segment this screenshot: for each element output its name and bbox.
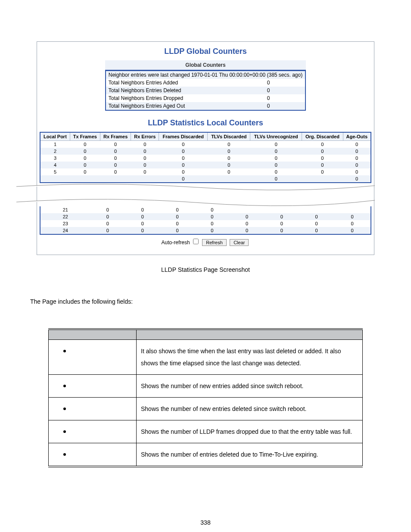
local-cell: 0: [250, 162, 302, 168]
local-cell: [264, 206, 299, 213]
local-cell: 0: [230, 213, 265, 220]
clear-button[interactable]: Clear: [230, 239, 249, 246]
field-description-cell: It also shows the time when the last ent…: [137, 340, 363, 375]
local-cell: 0: [299, 227, 334, 234]
table-row: 500000000: [40, 168, 371, 175]
local-cell: 0: [70, 148, 100, 155]
bullet-icon: [63, 430, 66, 433]
local-cell: 0: [159, 141, 208, 148]
local-cell: 0: [250, 148, 302, 155]
local-cell: 0: [230, 220, 265, 227]
local-cell: 0: [302, 141, 343, 148]
table-row: 000: [40, 175, 371, 183]
local-cell: 0: [70, 155, 100, 162]
local-cell: 24: [40, 227, 90, 234]
local-cell: 0: [195, 220, 230, 227]
page-tear: [37, 183, 374, 206]
table-row: 100000000: [40, 141, 371, 148]
local-header-cell: Rx Errors: [131, 132, 159, 141]
local-cell: 0: [131, 155, 159, 162]
global-row-label: Total Neighbors Entries Deleted: [106, 87, 232, 94]
local-cell: 0: [90, 227, 125, 234]
local-cell: 0: [208, 162, 250, 168]
local-cell: 0: [70, 162, 100, 168]
global-row-label: Total Neighbors Entries Added: [106, 79, 232, 87]
table-row: 2400000000: [40, 227, 371, 234]
fields-intro-text: The Page includes the following fields:: [30, 298, 411, 305]
local-cell: 23: [40, 220, 90, 227]
auto-refresh-label: Auto-refresh: [162, 240, 190, 246]
local-cell: 0: [343, 162, 371, 168]
local-header-cell: Org. Discarded: [302, 132, 343, 141]
global-counters-caption: Global Counters: [105, 60, 306, 70]
local-cell: 0: [100, 155, 131, 162]
local-cell: 0: [264, 220, 299, 227]
local-cell: 0: [160, 227, 195, 234]
local-cell: 0: [70, 141, 100, 148]
refresh-button[interactable]: Refresh: [202, 239, 227, 246]
global-row-value: 0: [232, 94, 305, 102]
local-header-cell: Frames Discarded: [159, 132, 208, 141]
global-counters-title: LLDP Global Counters: [40, 47, 371, 56]
table-row: 400000000: [40, 162, 371, 168]
local-cell: 0: [100, 148, 131, 155]
local-cell: [100, 175, 131, 183]
local-cell: 0: [159, 168, 208, 175]
local-cell: 0: [343, 141, 371, 148]
local-cell: 0: [70, 168, 100, 175]
table-row: 210000: [40, 206, 371, 213]
local-cell: 0: [100, 141, 131, 148]
local-cell: 0: [302, 155, 343, 162]
local-cell: 0: [195, 227, 230, 234]
field-object-cell: [49, 443, 137, 467]
local-cell: [302, 175, 343, 183]
local-cell: 0: [125, 206, 160, 213]
local-cell: 0: [131, 162, 159, 168]
local-counters-title: LLDP Statistics Local Counters: [40, 118, 371, 128]
local-cell: 0: [195, 206, 230, 213]
local-cell: 0: [160, 213, 195, 220]
local-cell: 0: [302, 162, 343, 168]
page-number: 338: [0, 519, 411, 532]
table-row: 2300000000: [40, 220, 371, 227]
local-cell: 4: [40, 162, 70, 168]
local-cell: 0: [90, 213, 125, 220]
fields-description-table: It also shows the time when the last ent…: [48, 328, 363, 467]
local-cell: 3: [40, 155, 70, 162]
local-cell: 0: [159, 175, 208, 183]
local-cell: 0: [250, 141, 302, 148]
local-cell: 0: [159, 148, 208, 155]
table-row: 200000000: [40, 148, 371, 155]
local-cell: 0: [299, 220, 334, 227]
local-header-cell: TLVs Discarded: [208, 132, 250, 141]
local-cell: 0: [125, 227, 160, 234]
field-description-cell: Shows the number of new entries added si…: [137, 375, 363, 398]
local-cell: 0: [343, 168, 371, 175]
local-cell: 2: [40, 148, 70, 155]
local-header-cell: Tx Frames: [70, 132, 100, 141]
local-cell: 0: [131, 168, 159, 175]
table-row: 2200000000: [40, 213, 371, 220]
local-cell: 0: [195, 213, 230, 220]
local-cell: [334, 206, 371, 213]
global-row-value: 0: [232, 87, 305, 94]
local-cell: 0: [302, 168, 343, 175]
local-cell: 5: [40, 168, 70, 175]
local-cell: 0: [302, 148, 343, 155]
local-cell: 0: [343, 175, 371, 183]
local-cell: 0: [264, 213, 299, 220]
local-cell: 0: [334, 213, 371, 220]
local-cell: 0: [250, 155, 302, 162]
local-cell: 0: [299, 213, 334, 220]
local-cell: [230, 206, 265, 213]
local-cell: 0: [125, 213, 160, 220]
local-cell: 0: [334, 220, 371, 227]
auto-refresh-checkbox[interactable]: [193, 239, 199, 244]
local-cell: 0: [159, 162, 208, 168]
local-cell: [70, 175, 100, 183]
local-header-cell: Rx Frames: [100, 132, 131, 141]
bullet-icon: [63, 385, 66, 387]
table-row: 300000000: [40, 155, 371, 162]
local-cell: 0: [160, 220, 195, 227]
local-cell: 0: [159, 155, 208, 162]
